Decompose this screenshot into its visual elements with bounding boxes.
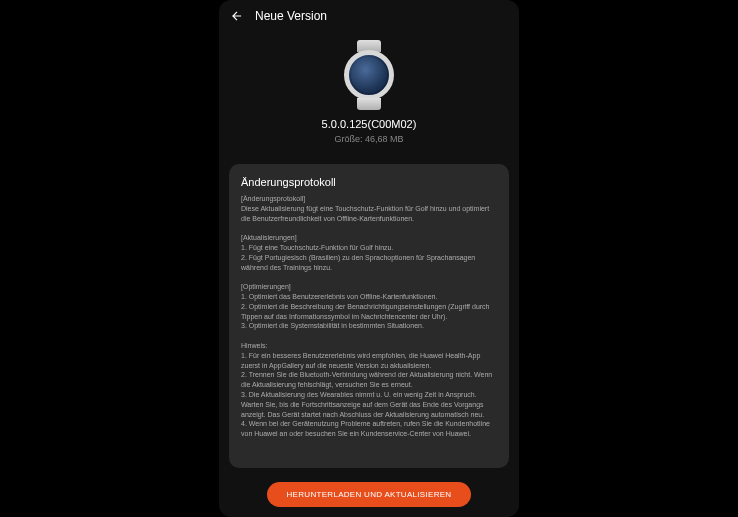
changelog-card: Änderungsprotokoll [Änderungsprotokoll] …	[229, 164, 509, 468]
update-screen: Neue Version 5.0.0.125(C00M02) Größe: 46…	[219, 0, 519, 517]
back-icon[interactable]	[229, 8, 245, 24]
header: Neue Version	[219, 0, 519, 32]
changelog-title: Änderungsprotokoll	[241, 176, 497, 188]
watch-image	[334, 40, 404, 110]
device-info: 5.0.0.125(C00M02) Größe: 46,68 MB	[219, 32, 519, 156]
page-title: Neue Version	[255, 9, 327, 23]
download-update-button[interactable]: HERUNTERLADEN UND AKTUALISIEREN	[267, 482, 472, 507]
changelog-body: [Änderungsprotokoll] Diese Aktualisierun…	[241, 194, 497, 439]
version-label: 5.0.0.125(C00M02)	[322, 118, 417, 130]
size-label: Größe: 46,68 MB	[334, 134, 403, 144]
